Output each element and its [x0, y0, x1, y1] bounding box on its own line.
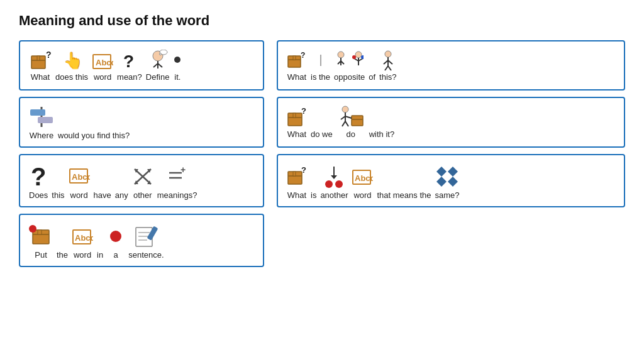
icon-sentence-writing: sentence.: [128, 221, 164, 260]
svg-point-85: [110, 231, 121, 242]
icon-do-we: do we: [311, 106, 333, 139]
svg-text:?: ?: [31, 163, 46, 189]
icon-abcd-box4: Abcd word: [72, 221, 93, 260]
icon-any: any: [115, 162, 128, 200]
svg-point-30: [385, 51, 391, 57]
svg-point-10: [159, 53, 161, 55]
svg-text:?: ?: [301, 51, 305, 60]
svg-text:Abcd: Abcd: [75, 233, 93, 243]
svg-point-20: [338, 52, 344, 58]
svg-line-34: [385, 66, 388, 70]
icon-in: in: [97, 221, 103, 260]
icon-abcd-box3: Abcd word: [352, 162, 373, 200]
svg-rect-67: [293, 172, 296, 176]
icon-big-question: ? Does: [29, 162, 48, 200]
svg-line-32: [384, 60, 388, 64]
svg-rect-43: [293, 113, 296, 118]
card-what-does-word-mean: ? What 👆 does this Abcd word: [19, 40, 264, 90]
svg-text:Abcd: Abcd: [72, 172, 90, 182]
svg-rect-45: [352, 116, 363, 126]
svg-text:👆: 👆: [63, 50, 80, 70]
icon-dot-it: it.: [173, 50, 182, 82]
svg-line-35: [388, 66, 391, 70]
icon-box-q3: ? What: [287, 106, 307, 139]
icon-equals-plus: + meanings?: [157, 162, 197, 200]
svg-marker-70: [331, 175, 337, 179]
svg-rect-81: [38, 230, 42, 234]
svg-text:+: +: [180, 165, 186, 175]
svg-line-52: [345, 121, 348, 126]
card-other-meanings: ? Does this Abcd word have an: [19, 154, 264, 207]
icon-diamond-pattern: same?: [435, 162, 459, 200]
icon-point: 👆 does this: [55, 50, 88, 82]
icon-person-think: Define: [146, 50, 170, 82]
svg-line-50: [341, 116, 345, 119]
card-what-do-we-do: ? What do we: [277, 97, 625, 148]
icon-have: have: [94, 162, 111, 200]
icon-cross-arrows: other: [132, 162, 153, 200]
card-where-find: Where would you find this?: [19, 97, 264, 148]
icon-abcd-box2: Abcd word: [69, 162, 90, 200]
icon-the: the: [57, 221, 68, 260]
svg-line-33: [388, 60, 392, 64]
icon-is: is the: [311, 50, 330, 82]
card-another-word-same: ? What is another: [277, 154, 625, 207]
icon-question-mark: ? mean?: [117, 50, 142, 82]
svg-text:Abcd: Abcd: [96, 58, 113, 67]
svg-marker-77: [436, 177, 447, 187]
icon-of: of: [369, 50, 375, 82]
card-put-in-sentence: Put the Abcd word in a: [19, 214, 264, 267]
svg-point-28: [352, 55, 356, 59]
icon-this-label: this: [52, 162, 64, 200]
icon-person-carry: do: [336, 106, 365, 139]
svg-text:?: ?: [301, 165, 306, 175]
icon-that-means: that means the: [377, 162, 431, 200]
icon-this-person: this?: [379, 50, 396, 82]
icon-would-you-find: would you find this?: [58, 104, 130, 140]
icon-box-q2: ? What: [287, 50, 307, 82]
icon-red-dot-box: Put: [29, 221, 53, 260]
svg-line-51: [342, 121, 345, 126]
svg-line-12: [153, 63, 158, 67]
svg-point-82: [29, 225, 36, 233]
svg-point-24: [355, 52, 362, 58]
icon-is2: is: [311, 162, 316, 200]
icon-abcd-box: Abcd word: [92, 50, 113, 82]
svg-text:?: ?: [46, 50, 52, 60]
icon-opposite-people: opposite: [334, 50, 365, 82]
svg-marker-76: [448, 167, 458, 177]
svg-point-47: [342, 106, 348, 112]
svg-point-72: [335, 180, 343, 188]
icon-signpost: Where: [29, 104, 54, 140]
page-title: Meaning and use of the word: [19, 13, 625, 29]
icon-red-dot2: a: [107, 221, 125, 260]
card-what-is-opposite: ? What is the: [277, 40, 625, 90]
cards-grid: ? What 👆 does this Abcd word: [19, 40, 625, 267]
svg-marker-78: [448, 177, 458, 187]
icon-with-it: with it?: [369, 106, 394, 139]
svg-rect-17: [293, 56, 296, 60]
svg-rect-2: [37, 56, 40, 60]
svg-point-71: [325, 180, 333, 188]
svg-point-14: [174, 57, 180, 63]
svg-text:?: ?: [123, 52, 134, 71]
icon-two-red-dots: another: [320, 162, 348, 200]
svg-text:Abcd: Abcd: [355, 173, 373, 183]
svg-marker-75: [436, 167, 447, 177]
icon-box-q4: ? What: [287, 162, 307, 200]
svg-text:?: ?: [301, 106, 306, 116]
icon-box-question: ? What: [29, 50, 52, 82]
svg-line-13: [158, 63, 162, 67]
svg-line-49: [345, 116, 352, 118]
